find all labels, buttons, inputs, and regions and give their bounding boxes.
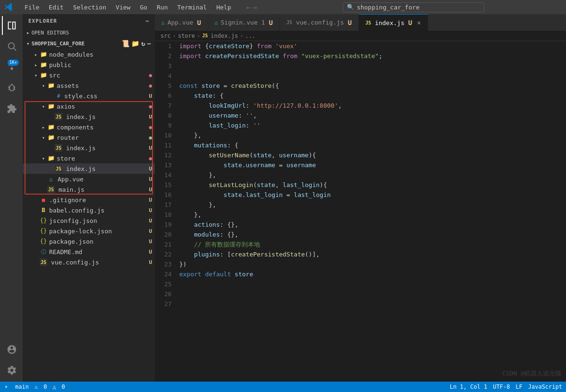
babel-file-icon: B	[40, 206, 47, 214]
tree-item-label: store	[57, 155, 149, 162]
tree-item-router[interactable]: ▾ 📁 router ●	[23, 132, 155, 143]
arrow-icon: ▾	[40, 156, 47, 161]
forward-arrow[interactable]: →	[253, 3, 257, 12]
menu-view[interactable]: View	[112, 3, 134, 12]
menu-edit[interactable]: Edit	[45, 3, 67, 12]
menu-bar: File Edit Selection View Go Run Terminal…	[21, 3, 235, 12]
tree-item-src[interactable]: ▾ 📁 src ●	[23, 70, 155, 80]
menu-file[interactable]: File	[21, 3, 43, 12]
code-editor[interactable]: 1234567891011121314151617181920212223242…	[155, 41, 566, 382]
tab-modified-badge: U	[408, 19, 412, 26]
settings-activity-icon[interactable]	[2, 361, 21, 380]
vscode-logo	[4, 2, 13, 12]
search-box[interactable]: 🔍 shopping_car_fore	[343, 2, 484, 12]
folder-icon: 📁	[40, 71, 47, 79]
menu-selection[interactable]: Selection	[69, 3, 110, 12]
tab-signin-vue[interactable]: △ Signin.vue 1 U	[208, 14, 280, 31]
tree-item-gitignore[interactable]: ■ .gitignore U	[23, 195, 155, 205]
search-activity-icon[interactable]	[2, 37, 21, 56]
menu-go[interactable]: Go	[136, 3, 151, 12]
tree-item-vue-config[interactable]: JS vue.config.js U	[23, 257, 155, 267]
menu-terminal[interactable]: Terminal	[174, 3, 211, 12]
new-folder-icon[interactable]: 📁	[131, 40, 139, 47]
tree-item-axios[interactable]: ▾ 📁 axios ●	[23, 101, 155, 111]
language[interactable]: JavaScript	[528, 383, 562, 390]
project-header[interactable]: ▾ SHOPPING_CAR_FORE 📜 📁 ↻ −	[23, 38, 155, 49]
tree-item-router-index[interactable]: JS index.js U	[23, 143, 155, 153]
tabs-bar: △ App.vue U △ Signin.vue 1 U JS vue.conf…	[155, 14, 566, 31]
tree-item-label: index.js	[66, 113, 149, 120]
tree-item-package-json[interactable]: {} package.json U	[23, 236, 155, 247]
modified-badge: ●	[149, 155, 152, 162]
status-right: Ln 1, Col 1 UTF-8 LF JavaScript	[450, 383, 562, 390]
modified-badge: U	[149, 228, 152, 234]
tree-item-main-js[interactable]: JS main.js U	[23, 184, 155, 195]
js-file-icon: JS	[55, 113, 62, 120]
code-content: import {createStore} from 'vuex' import …	[177, 41, 566, 382]
open-editors-label: OPEN EDITORS	[32, 30, 69, 36]
breadcrumb-store: store	[178, 33, 195, 39]
folder-icon: 📁	[47, 82, 55, 89]
tab-index-js[interactable]: JS index.js U ×	[359, 14, 428, 31]
tree-item-babel-config[interactable]: B babel.config.js U	[23, 205, 155, 215]
close-tab-icon[interactable]: ×	[417, 19, 421, 26]
tree-item-app-vue[interactable]: △ App.vue U	[23, 174, 155, 184]
tree-item-package-lock[interactable]: {} package-lock.json U	[23, 226, 155, 236]
modified-badge: U	[149, 207, 152, 213]
tree-item-store[interactable]: ▾ 📁 store ●	[23, 153, 155, 163]
extensions-activity-icon[interactable]	[2, 99, 21, 118]
breadcrumb-sep: ›	[173, 33, 176, 39]
source-control-activity-icon[interactable]: 1K+	[2, 58, 21, 77]
git-file-icon: ■	[40, 196, 47, 204]
arrow-icon: ▸	[32, 62, 40, 68]
debug-activity-icon[interactable]	[2, 78, 21, 97]
file-tree: ▸ 📁 node_modules ▸ 📁 public ▾ 📁 src ●	[23, 49, 155, 382]
tab-modified-badge: U	[348, 19, 352, 26]
nav-arrows: ← →	[246, 3, 257, 12]
tree-item-label: README.md	[49, 248, 149, 256]
tab-vue-config[interactable]: JS vue.config.js U	[280, 14, 359, 31]
tree-item-assets[interactable]: ▾ 📁 assets ●	[23, 80, 155, 91]
explorer-activity-icon[interactable]	[2, 16, 21, 35]
line-ending[interactable]: LF	[515, 383, 522, 390]
tree-item-label: jsconfig.json	[49, 217, 149, 224]
chevron-down-icon: ▾	[26, 41, 30, 47]
tree-item-store-index[interactable]: JS index.js U	[23, 163, 155, 174]
arrow-icon: ▾	[40, 83, 47, 88]
back-arrow[interactable]: ←	[246, 3, 251, 12]
new-file-icon[interactable]: 📜	[121, 40, 129, 47]
tree-item-label: babel.config.js	[49, 207, 149, 214]
collapse-icon[interactable]: −	[147, 40, 151, 47]
tab-app-vue[interactable]: △ App.vue U	[155, 14, 208, 31]
menu-help[interactable]: Help	[212, 3, 235, 12]
modified-badge: U	[149, 93, 152, 99]
tree-item-style-css[interactable]: # style.css U	[23, 91, 155, 101]
modified-badge: ●	[149, 72, 152, 78]
info-icon: ⓘ	[40, 248, 47, 256]
project-actions: 📜 📁 ↻ −	[121, 40, 151, 47]
tree-item-jsconfig[interactable]: {} jsconfig.json U	[23, 215, 155, 226]
svg-line-1	[14, 48, 16, 51]
tree-item-components[interactable]: ▸ 📁 components ●	[23, 122, 155, 132]
modified-badge: U	[149, 197, 152, 203]
modified-badge: U	[149, 166, 152, 172]
folder-icon: 📁	[40, 61, 47, 68]
menu-run[interactable]: Run	[153, 3, 171, 12]
encoding[interactable]: UTF-8	[493, 383, 510, 390]
ln-col[interactable]: Ln 1, Col 1	[450, 383, 487, 390]
refresh-icon[interactable]: ↻	[141, 40, 145, 47]
tree-item-axios-index[interactable]: JS index.js U	[23, 111, 155, 122]
js-file-icon: JS	[55, 144, 62, 152]
open-editors-section[interactable]: ▸ OPEN EDITORS	[23, 28, 155, 38]
breadcrumb-sep: ›	[240, 33, 243, 39]
modified-badge: ●	[149, 103, 152, 110]
js-file-icon: JS	[47, 186, 55, 193]
tree-item-public[interactable]: ▸ 📁 public	[23, 60, 155, 70]
accounts-activity-icon[interactable]	[2, 340, 21, 359]
tree-item-readme[interactable]: ⓘ README.md U	[23, 247, 155, 257]
git-branch[interactable]: main	[15, 383, 29, 390]
arrow-icon: ▸	[40, 125, 47, 130]
more-options-icon[interactable]: ⋯	[145, 18, 149, 24]
tab-label: vue.config.js	[296, 19, 344, 26]
tree-item-node-modules[interactable]: ▸ 📁 node_modules	[23, 49, 155, 60]
